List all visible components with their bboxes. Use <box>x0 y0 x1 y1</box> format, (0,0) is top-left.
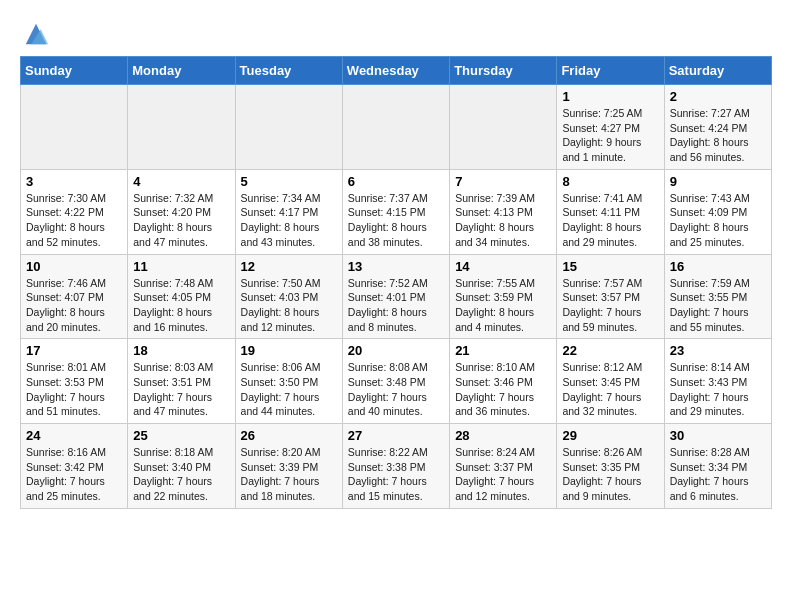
day-cell: 24Sunrise: 8:16 AM Sunset: 3:42 PM Dayli… <box>21 424 128 509</box>
day-cell: 26Sunrise: 8:20 AM Sunset: 3:39 PM Dayli… <box>235 424 342 509</box>
day-number: 10 <box>26 259 122 274</box>
day-number: 8 <box>562 174 658 189</box>
day-cell: 5Sunrise: 7:34 AM Sunset: 4:17 PM Daylig… <box>235 169 342 254</box>
day-number: 1 <box>562 89 658 104</box>
day-number: 17 <box>26 343 122 358</box>
weekday-header-row: SundayMondayTuesdayWednesdayThursdayFrid… <box>21 57 772 85</box>
day-number: 7 <box>455 174 551 189</box>
day-info: Sunrise: 8:03 AM Sunset: 3:51 PM Dayligh… <box>133 360 229 419</box>
day-info: Sunrise: 7:37 AM Sunset: 4:15 PM Dayligh… <box>348 191 444 250</box>
day-cell: 27Sunrise: 8:22 AM Sunset: 3:38 PM Dayli… <box>342 424 449 509</box>
day-info: Sunrise: 8:12 AM Sunset: 3:45 PM Dayligh… <box>562 360 658 419</box>
day-cell: 2Sunrise: 7:27 AM Sunset: 4:24 PM Daylig… <box>664 85 771 170</box>
day-number: 18 <box>133 343 229 358</box>
day-info: Sunrise: 7:50 AM Sunset: 4:03 PM Dayligh… <box>241 276 337 335</box>
day-info: Sunrise: 8:06 AM Sunset: 3:50 PM Dayligh… <box>241 360 337 419</box>
day-cell: 18Sunrise: 8:03 AM Sunset: 3:51 PM Dayli… <box>128 339 235 424</box>
week-row-2: 3Sunrise: 7:30 AM Sunset: 4:22 PM Daylig… <box>21 169 772 254</box>
day-cell: 21Sunrise: 8:10 AM Sunset: 3:46 PM Dayli… <box>450 339 557 424</box>
day-cell <box>21 85 128 170</box>
logo-icon <box>22 20 50 48</box>
day-cell: 13Sunrise: 7:52 AM Sunset: 4:01 PM Dayli… <box>342 254 449 339</box>
day-number: 23 <box>670 343 766 358</box>
day-cell: 7Sunrise: 7:39 AM Sunset: 4:13 PM Daylig… <box>450 169 557 254</box>
day-info: Sunrise: 8:26 AM Sunset: 3:35 PM Dayligh… <box>562 445 658 504</box>
day-cell: 9Sunrise: 7:43 AM Sunset: 4:09 PM Daylig… <box>664 169 771 254</box>
day-cell: 12Sunrise: 7:50 AM Sunset: 4:03 PM Dayli… <box>235 254 342 339</box>
day-number: 27 <box>348 428 444 443</box>
day-info: Sunrise: 7:32 AM Sunset: 4:20 PM Dayligh… <box>133 191 229 250</box>
day-number: 25 <box>133 428 229 443</box>
day-info: Sunrise: 8:16 AM Sunset: 3:42 PM Dayligh… <box>26 445 122 504</box>
day-info: Sunrise: 7:52 AM Sunset: 4:01 PM Dayligh… <box>348 276 444 335</box>
day-cell <box>342 85 449 170</box>
day-cell: 11Sunrise: 7:48 AM Sunset: 4:05 PM Dayli… <box>128 254 235 339</box>
day-cell <box>235 85 342 170</box>
day-info: Sunrise: 7:55 AM Sunset: 3:59 PM Dayligh… <box>455 276 551 335</box>
day-number: 28 <box>455 428 551 443</box>
day-number: 24 <box>26 428 122 443</box>
day-info: Sunrise: 7:48 AM Sunset: 4:05 PM Dayligh… <box>133 276 229 335</box>
day-number: 5 <box>241 174 337 189</box>
day-number: 6 <box>348 174 444 189</box>
day-cell: 6Sunrise: 7:37 AM Sunset: 4:15 PM Daylig… <box>342 169 449 254</box>
day-info: Sunrise: 7:46 AM Sunset: 4:07 PM Dayligh… <box>26 276 122 335</box>
day-info: Sunrise: 7:27 AM Sunset: 4:24 PM Dayligh… <box>670 106 766 165</box>
day-cell: 17Sunrise: 8:01 AM Sunset: 3:53 PM Dayli… <box>21 339 128 424</box>
day-cell <box>450 85 557 170</box>
day-number: 22 <box>562 343 658 358</box>
day-info: Sunrise: 7:43 AM Sunset: 4:09 PM Dayligh… <box>670 191 766 250</box>
day-number: 20 <box>348 343 444 358</box>
day-cell: 20Sunrise: 8:08 AM Sunset: 3:48 PM Dayli… <box>342 339 449 424</box>
week-row-5: 24Sunrise: 8:16 AM Sunset: 3:42 PM Dayli… <box>21 424 772 509</box>
day-info: Sunrise: 7:41 AM Sunset: 4:11 PM Dayligh… <box>562 191 658 250</box>
day-cell: 3Sunrise: 7:30 AM Sunset: 4:22 PM Daylig… <box>21 169 128 254</box>
day-cell: 10Sunrise: 7:46 AM Sunset: 4:07 PM Dayli… <box>21 254 128 339</box>
day-info: Sunrise: 8:14 AM Sunset: 3:43 PM Dayligh… <box>670 360 766 419</box>
logo <box>20 20 50 48</box>
day-cell: 29Sunrise: 8:26 AM Sunset: 3:35 PM Dayli… <box>557 424 664 509</box>
day-number: 15 <box>562 259 658 274</box>
day-info: Sunrise: 8:01 AM Sunset: 3:53 PM Dayligh… <box>26 360 122 419</box>
day-number: 4 <box>133 174 229 189</box>
week-row-3: 10Sunrise: 7:46 AM Sunset: 4:07 PM Dayli… <box>21 254 772 339</box>
day-cell: 22Sunrise: 8:12 AM Sunset: 3:45 PM Dayli… <box>557 339 664 424</box>
day-number: 11 <box>133 259 229 274</box>
day-number: 30 <box>670 428 766 443</box>
day-cell: 30Sunrise: 8:28 AM Sunset: 3:34 PM Dayli… <box>664 424 771 509</box>
day-info: Sunrise: 7:39 AM Sunset: 4:13 PM Dayligh… <box>455 191 551 250</box>
day-info: Sunrise: 8:10 AM Sunset: 3:46 PM Dayligh… <box>455 360 551 419</box>
page: SundayMondayTuesdayWednesdayThursdayFrid… <box>0 0 792 519</box>
weekday-header-thursday: Thursday <box>450 57 557 85</box>
day-number: 9 <box>670 174 766 189</box>
weekday-header-monday: Monday <box>128 57 235 85</box>
day-cell: 19Sunrise: 8:06 AM Sunset: 3:50 PM Dayli… <box>235 339 342 424</box>
calendar: SundayMondayTuesdayWednesdayThursdayFrid… <box>20 56 772 509</box>
day-number: 26 <box>241 428 337 443</box>
day-cell <box>128 85 235 170</box>
day-number: 13 <box>348 259 444 274</box>
day-info: Sunrise: 7:25 AM Sunset: 4:27 PM Dayligh… <box>562 106 658 165</box>
week-row-4: 17Sunrise: 8:01 AM Sunset: 3:53 PM Dayli… <box>21 339 772 424</box>
day-number: 3 <box>26 174 122 189</box>
day-info: Sunrise: 7:59 AM Sunset: 3:55 PM Dayligh… <box>670 276 766 335</box>
weekday-header-wednesday: Wednesday <box>342 57 449 85</box>
day-cell: 16Sunrise: 7:59 AM Sunset: 3:55 PM Dayli… <box>664 254 771 339</box>
header-area <box>20 16 772 48</box>
week-row-1: 1Sunrise: 7:25 AM Sunset: 4:27 PM Daylig… <box>21 85 772 170</box>
weekday-header-tuesday: Tuesday <box>235 57 342 85</box>
day-info: Sunrise: 7:34 AM Sunset: 4:17 PM Dayligh… <box>241 191 337 250</box>
day-cell: 25Sunrise: 8:18 AM Sunset: 3:40 PM Dayli… <box>128 424 235 509</box>
day-number: 16 <box>670 259 766 274</box>
day-info: Sunrise: 7:30 AM Sunset: 4:22 PM Dayligh… <box>26 191 122 250</box>
day-info: Sunrise: 8:22 AM Sunset: 3:38 PM Dayligh… <box>348 445 444 504</box>
day-cell: 28Sunrise: 8:24 AM Sunset: 3:37 PM Dayli… <box>450 424 557 509</box>
day-number: 2 <box>670 89 766 104</box>
weekday-header-saturday: Saturday <box>664 57 771 85</box>
day-info: Sunrise: 8:20 AM Sunset: 3:39 PM Dayligh… <box>241 445 337 504</box>
day-info: Sunrise: 8:08 AM Sunset: 3:48 PM Dayligh… <box>348 360 444 419</box>
weekday-header-sunday: Sunday <box>21 57 128 85</box>
day-info: Sunrise: 8:24 AM Sunset: 3:37 PM Dayligh… <box>455 445 551 504</box>
day-cell: 4Sunrise: 7:32 AM Sunset: 4:20 PM Daylig… <box>128 169 235 254</box>
day-info: Sunrise: 7:57 AM Sunset: 3:57 PM Dayligh… <box>562 276 658 335</box>
